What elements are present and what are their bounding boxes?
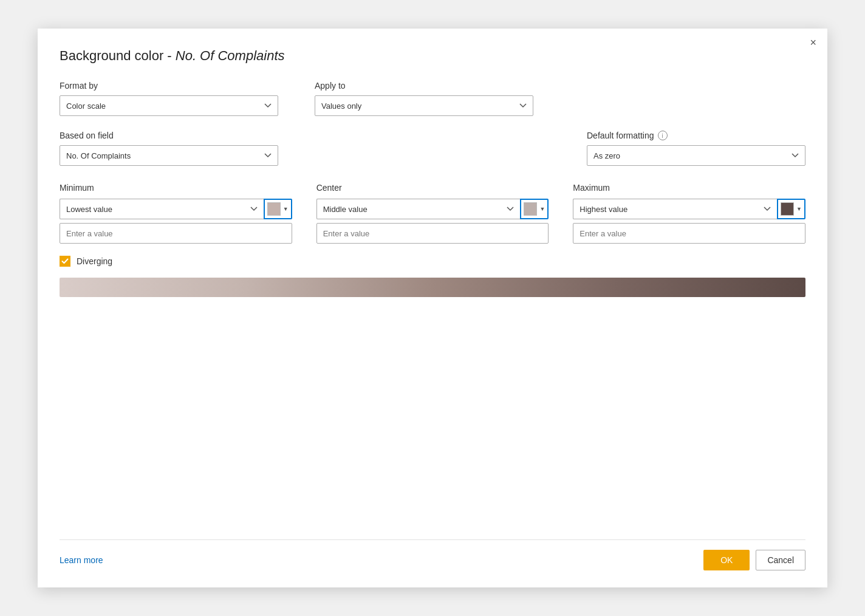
minimum-select[interactable]: Lowest value Number Percent Percentile F…	[60, 199, 264, 219]
default-formatting-label: Default formatting i	[587, 131, 805, 140]
minimum-value-input[interactable]	[60, 223, 292, 244]
center-color-arrow: ▼	[539, 206, 545, 212]
center-color-swatch	[524, 202, 537, 216]
maximum-value-input[interactable]	[573, 223, 805, 244]
minimum-color-picker[interactable]: ▼	[264, 199, 292, 219]
apply-to-group: Apply to Values only Values and totals T…	[315, 81, 533, 116]
cancel-button[interactable]: Cancel	[756, 550, 805, 570]
close-button[interactable]: ×	[810, 37, 816, 48]
default-formatting-group: Default formatting i As zero Blank As er…	[587, 131, 805, 166]
center-color-picker[interactable]: ▼	[520, 199, 549, 219]
min-center-max-section: Minimum Lowest value Number Percent Perc…	[60, 183, 805, 244]
minimum-label: Minimum	[60, 183, 292, 193]
based-on-field-label: Based on field	[60, 131, 278, 140]
center-color-row: Middle value Number Percent Percentile F…	[316, 199, 549, 219]
background-color-dialog: × Background color - No. Of Complaints F…	[38, 29, 827, 587]
maximum-group: Maximum Highest value Number Percent Per…	[573, 183, 805, 244]
diverging-checkbox[interactable]	[60, 256, 70, 267]
based-on-field-select[interactable]: No. Of Complaints	[60, 145, 278, 166]
apply-to-select[interactable]: Values only Values and totals Totals onl…	[315, 95, 533, 116]
minimum-color-swatch	[267, 202, 281, 216]
minimum-group: Minimum Lowest value Number Percent Perc…	[60, 183, 292, 244]
format-by-select[interactable]: Color scale Rules Field value	[60, 95, 278, 116]
ok-button[interactable]: OK	[703, 550, 750, 570]
maximum-select[interactable]: Highest value Number Percent Percentile …	[573, 199, 777, 219]
maximum-color-swatch	[781, 202, 794, 216]
center-value-input[interactable]	[316, 223, 549, 244]
minimum-color-row: Lowest value Number Percent Percentile F…	[60, 199, 292, 219]
center-select[interactable]: Middle value Number Percent Percentile F…	[316, 199, 521, 219]
gradient-preview-bar	[60, 278, 805, 297]
maximum-color-row: Highest value Number Percent Percentile …	[573, 199, 805, 219]
maximum-color-picker[interactable]: ▼	[777, 199, 805, 219]
minimum-color-arrow: ▼	[283, 206, 289, 212]
dialog-title: Background color - No. Of Complaints	[60, 48, 805, 64]
center-group: Center Middle value Number Percent Perce…	[316, 183, 549, 244]
format-by-group: Format by Color scale Rules Field value	[60, 81, 278, 116]
diverging-row: Diverging	[60, 256, 805, 267]
default-formatting-select[interactable]: As zero Blank As error	[587, 145, 805, 166]
dialog-footer: Learn more OK Cancel	[60, 539, 805, 570]
based-on-field-group: Based on field No. Of Complaints	[60, 131, 278, 166]
maximum-label: Maximum	[573, 183, 805, 193]
maximum-color-arrow: ▼	[796, 206, 802, 212]
apply-to-label: Apply to	[315, 81, 533, 91]
diverging-label: Diverging	[77, 256, 112, 266]
format-by-label: Format by	[60, 81, 278, 91]
footer-buttons: OK Cancel	[703, 550, 805, 570]
info-icon[interactable]: i	[658, 131, 668, 140]
learn-more-link[interactable]: Learn more	[60, 555, 103, 565]
center-label: Center	[316, 183, 549, 193]
